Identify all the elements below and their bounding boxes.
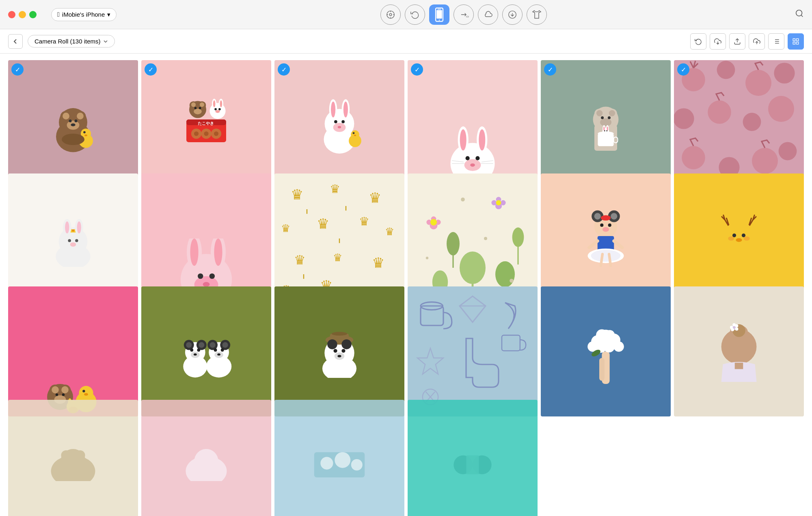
minimize-button[interactable] (19, 11, 26, 18)
photo-item[interactable]: CHIPS ✓ (408, 60, 538, 190)
photo-illustration (178, 449, 235, 481)
svg-point-90 (470, 163, 475, 167)
device-selector[interactable]:  iMobie's iPhone ▾ (51, 8, 117, 21)
upload-button[interactable] (749, 33, 765, 50)
svg-marker-269 (417, 348, 443, 374)
svg-point-71 (334, 120, 337, 124)
nav-cloud-button[interactable] (478, 4, 498, 25)
svg-point-118 (743, 113, 761, 131)
svg-point-113 (717, 61, 735, 79)
back-button[interactable] (8, 34, 23, 49)
svg-point-244 (210, 342, 216, 348)
svg-point-123 (779, 142, 797, 160)
photo-item[interactable]: たこやき (141, 60, 271, 190)
photo-item[interactable]: ✓ (274, 286, 404, 416)
svg-text:iOS: iOS (466, 15, 469, 17)
svg-point-9 (796, 10, 802, 16)
photo-item[interactable]: ✓ (274, 60, 404, 190)
svg-point-75 (351, 130, 359, 139)
svg-line-10 (801, 15, 803, 17)
grid-view-button[interactable] (788, 33, 804, 50)
check-badge: ✓ (278, 63, 290, 76)
photo-item[interactable]: ✓ (408, 400, 538, 516)
svg-point-192 (611, 213, 617, 219)
photo-illustration (573, 319, 638, 384)
photo-item[interactable]: ✓ (541, 60, 671, 190)
svg-point-46 (204, 131, 208, 136)
photo-item[interactable]: ✓ (541, 173, 671, 304)
svg-point-208 (732, 233, 736, 237)
photo-item[interactable]: ✓ (674, 286, 804, 416)
photo-illustration (313, 325, 366, 378)
svg-point-286 (599, 337, 612, 350)
album-selector[interactable]: Camera Roll (130 items) (28, 35, 115, 48)
nav-tshirt-button[interactable] (527, 4, 547, 25)
svg-point-116 (674, 108, 694, 129)
photo-item[interactable]: ✓ (8, 400, 138, 516)
svg-text:♛: ♛ (294, 253, 306, 267)
nav-toios-button[interactable]: iOS (454, 4, 474, 25)
photo-item[interactable]: ✓ (674, 60, 804, 190)
device-name: iMobie's iPhone (62, 11, 105, 18)
photo-item[interactable]: ✓ (8, 173, 138, 304)
svg-point-174 (430, 219, 437, 225)
svg-rect-311 (466, 455, 479, 474)
photo-item[interactable]: ✓ (141, 286, 271, 416)
svg-point-264 (337, 355, 341, 357)
photo-illustration (674, 60, 804, 190)
traffic-lights (8, 11, 37, 18)
svg-point-100 (601, 116, 604, 119)
svg-point-294 (732, 323, 736, 327)
photo-item[interactable]: ✓ (541, 286, 671, 416)
svg-point-55 (199, 107, 201, 109)
nav-music-button[interactable] (380, 4, 401, 25)
svg-point-223 (82, 390, 85, 392)
photo-item[interactable]: ✓ (408, 286, 538, 416)
export-button[interactable] (729, 33, 745, 50)
svg-rect-270 (502, 335, 520, 351)
photo-item[interactable]: ✓ (274, 400, 404, 516)
svg-point-251 (217, 353, 220, 356)
photo-item[interactable]: ♛ ♛ ♛ ♛ ♛ ♛ ♛ ♛ ♛ ♛ ♛ ♛ ♛ ✓ (274, 173, 404, 304)
close-button[interactable] (8, 11, 15, 18)
nav-download-button[interactable] (502, 4, 523, 25)
svg-point-97 (596, 110, 603, 116)
check-badge: ✓ (544, 63, 556, 76)
svg-point-45 (194, 131, 199, 136)
svg-point-216 (52, 386, 59, 394)
list-view-button[interactable] (768, 33, 784, 50)
svg-point-199 (591, 249, 621, 261)
photo-item[interactable]: ✓ (8, 286, 138, 416)
svg-point-146 (203, 282, 210, 286)
import-button[interactable] (710, 33, 726, 50)
svg-point-224 (84, 393, 88, 395)
svg-point-308 (351, 459, 363, 470)
nav-phone-button[interactable] (429, 4, 449, 25)
photo-item[interactable]: ✓ (8, 60, 138, 190)
nav-backup-button[interactable] (405, 4, 425, 25)
svg-point-63 (215, 110, 220, 113)
check-badge: ✓ (677, 63, 689, 76)
svg-point-82 (479, 129, 485, 150)
maximize-button[interactable] (29, 11, 37, 18)
svg-point-283 (613, 341, 624, 352)
svg-point-217 (61, 386, 69, 394)
photo-illustration (178, 325, 235, 378)
apple-icon:  (57, 11, 60, 18)
photo-item[interactable]: ✓ (141, 400, 271, 516)
photo-item[interactable]: ✓ (408, 173, 538, 304)
search-button[interactable] (795, 9, 804, 20)
photo-illustration (408, 286, 538, 416)
svg-point-130 (68, 239, 71, 242)
photo-illustration (45, 97, 102, 154)
svg-point-54 (194, 107, 197, 109)
refresh-button[interactable] (690, 33, 706, 50)
photo-item[interactable]: ✓ (674, 173, 804, 304)
svg-text:♛: ♛ (369, 190, 381, 206)
svg-point-194 (608, 223, 611, 227)
svg-line-202 (601, 254, 603, 265)
svg-point-179 (496, 200, 501, 205)
svg-point-53 (194, 108, 202, 114)
photo-item[interactable]: ✓ (141, 173, 271, 304)
svg-point-144 (198, 273, 203, 278)
